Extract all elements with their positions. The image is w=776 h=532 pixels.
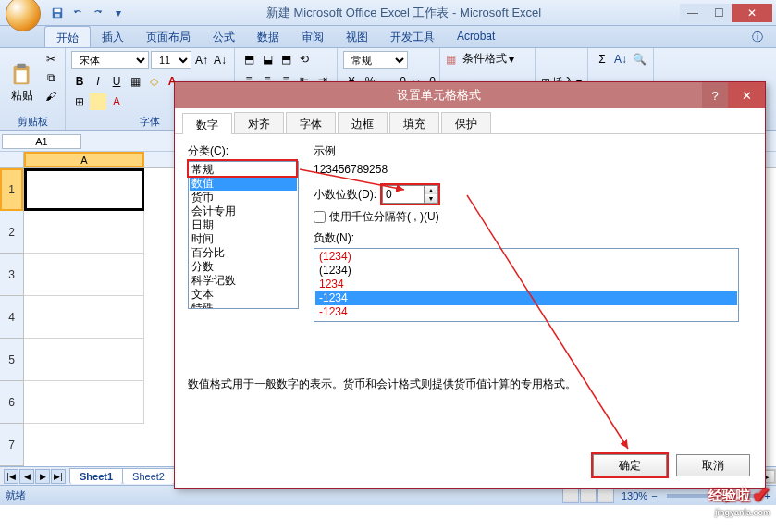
sheet-nav-prev[interactable]: ◀ <box>19 469 34 484</box>
category-item[interactable]: 文本 <box>190 288 297 302</box>
sort-icon[interactable]: A↓ <box>612 51 629 68</box>
category-item[interactable]: 会计专用 <box>190 204 297 218</box>
spinner-down-icon[interactable]: ▼ <box>425 194 437 203</box>
align-middle-icon[interactable]: ⬓ <box>259 51 276 68</box>
name-box[interactable] <box>2 134 81 149</box>
redo-icon[interactable] <box>89 4 107 22</box>
zoom-out-icon[interactable]: − <box>651 490 657 501</box>
category-item[interactable]: 科学记数 <box>190 274 297 288</box>
category-item[interactable]: 特殊 <box>190 302 297 309</box>
cell[interactable] <box>24 254 144 296</box>
category-item[interactable]: 常规 <box>190 163 297 177</box>
category-item[interactable]: 时间 <box>190 232 297 246</box>
borders-icon[interactable]: ⊞ <box>71 93 88 110</box>
dialog-tab-fill[interactable]: 填充 <box>389 112 439 133</box>
font-color-icon2[interactable]: A <box>108 93 125 110</box>
fill-color-icon[interactable]: ◇ <box>145 73 162 90</box>
row-header[interactable]: 1 <box>0 168 23 211</box>
row-header[interactable]: 6 <box>0 381 23 424</box>
qat-dropdown-icon[interactable]: ▾ <box>109 4 128 22</box>
cut-icon[interactable]: ✂ <box>43 51 59 68</box>
cell[interactable] <box>24 381 144 424</box>
paste-button[interactable]: 粘贴 <box>6 51 39 113</box>
save-icon[interactable] <box>48 4 67 22</box>
office-button[interactable] <box>6 0 41 31</box>
cell[interactable] <box>24 296 144 339</box>
cell[interactable] <box>24 339 144 381</box>
underline-button[interactable]: U <box>108 73 125 90</box>
thousands-separator-checkbox[interactable] <box>314 211 326 223</box>
tab-view[interactable]: 视图 <box>335 26 379 47</box>
dialog-help-icon[interactable]: ? <box>702 82 728 108</box>
tab-acrobat[interactable]: Acrobat <box>446 26 506 47</box>
negative-format-item[interactable]: 1234 <box>315 278 737 291</box>
align-top-icon[interactable]: ⬒ <box>240 51 257 68</box>
category-item[interactable]: 百分比 <box>190 246 297 260</box>
fill-icon[interactable] <box>90 93 106 110</box>
row-header[interactable]: 5 <box>0 339 23 381</box>
row-header[interactable]: 7 <box>0 424 23 466</box>
number-format-select[interactable]: 常规 <box>343 51 408 69</box>
negative-format-item[interactable]: -1234 <box>315 305 737 319</box>
grow-font-icon[interactable]: A↑ <box>193 52 210 68</box>
find-icon[interactable]: 🔍 <box>631 51 647 68</box>
negative-format-item[interactable]: (1234) <box>315 264 737 278</box>
col-header[interactable]: A <box>24 152 144 167</box>
cell-a1[interactable] <box>24 168 144 211</box>
bold-button[interactable]: B <box>71 73 88 90</box>
row-header[interactable]: 2 <box>0 211 23 254</box>
tab-page-layout[interactable]: 页面布局 <box>135 26 202 47</box>
sheet-tab[interactable]: Sheet1 <box>69 468 123 484</box>
spinner-up-icon[interactable]: ▲ <box>425 186 437 194</box>
cancel-button[interactable]: 取消 <box>676 454 750 476</box>
dialog-tab-border[interactable]: 边框 <box>338 112 388 133</box>
dialog-tab-protect[interactable]: 保护 <box>441 112 491 133</box>
help-icon[interactable]: ⓘ <box>746 26 769 47</box>
category-item[interactable]: 分数 <box>190 260 297 274</box>
sheet-tab[interactable]: Sheet2 <box>122 468 175 484</box>
tab-formulas[interactable]: 公式 <box>202 26 246 47</box>
category-item[interactable]: 日期 <box>190 218 297 232</box>
close-button[interactable]: ✕ <box>732 4 772 22</box>
negative-format-item[interactable]: (1234) <box>315 250 737 264</box>
align-bottom-icon[interactable]: ⬒ <box>277 51 294 68</box>
row-header[interactable]: 3 <box>0 254 23 296</box>
category-item[interactable]: 货币 <box>190 191 297 204</box>
tab-review[interactable]: 审阅 <box>290 26 335 47</box>
category-listbox[interactable]: 常规数值货币会计专用日期时间百分比分数科学记数文本特殊自定义 <box>188 161 299 309</box>
tab-insert[interactable]: 插入 <box>91 26 135 47</box>
minimize-button[interactable]: — <box>680 4 706 22</box>
tab-data[interactable]: 数据 <box>246 26 290 47</box>
dialog-close-icon[interactable]: ✕ <box>728 82 765 108</box>
format-painter-icon[interactable]: 🖌 <box>43 88 59 105</box>
autosum-icon[interactable]: Σ <box>594 51 610 68</box>
zoom-level[interactable]: 130% <box>622 490 647 501</box>
select-all-corner[interactable] <box>0 152 24 168</box>
italic-button[interactable]: I <box>90 73 106 90</box>
negative-format-item[interactable]: -1234 <box>315 291 737 305</box>
sheet-nav-last[interactable]: ▶| <box>51 469 66 484</box>
category-item[interactable]: 数值 <box>190 177 297 191</box>
decimal-places-input[interactable] <box>383 187 424 202</box>
page-layout-view-icon[interactable] <box>580 489 597 503</box>
maximize-button[interactable]: ☐ <box>706 4 732 22</box>
dialog-tab-number[interactable]: 数字 <box>182 113 232 134</box>
tab-developer[interactable]: 开发工具 <box>379 26 446 47</box>
orientation-icon[interactable]: ⟲ <box>296 51 313 68</box>
font-size-select[interactable]: 11 <box>151 51 191 69</box>
decimal-places-spinner[interactable]: ▲ ▼ <box>382 185 438 204</box>
dialog-tab-align[interactable]: 对齐 <box>234 112 284 133</box>
tab-home[interactable]: 开始 <box>44 26 91 47</box>
normal-view-icon[interactable] <box>562 489 579 503</box>
undo-icon[interactable] <box>68 4 87 22</box>
conditional-format-button[interactable]: ▦ 条件格式 ▾ <box>446 51 529 67</box>
cell[interactable] <box>24 211 144 254</box>
font-name-select[interactable]: 宋体 <box>71 51 149 69</box>
sheet-nav-next[interactable]: ▶ <box>35 469 50 484</box>
sheet-nav-first[interactable]: |◀ <box>4 469 18 484</box>
negatives-listbox[interactable]: (1234)(1234)1234-1234-1234 <box>314 248 739 322</box>
dialog-tab-font[interactable]: 字体 <box>286 112 336 133</box>
ok-button[interactable]: 确定 <box>593 454 667 476</box>
border-icon[interactable]: ▦ <box>127 73 143 90</box>
copy-icon[interactable]: ⧉ <box>43 69 59 86</box>
